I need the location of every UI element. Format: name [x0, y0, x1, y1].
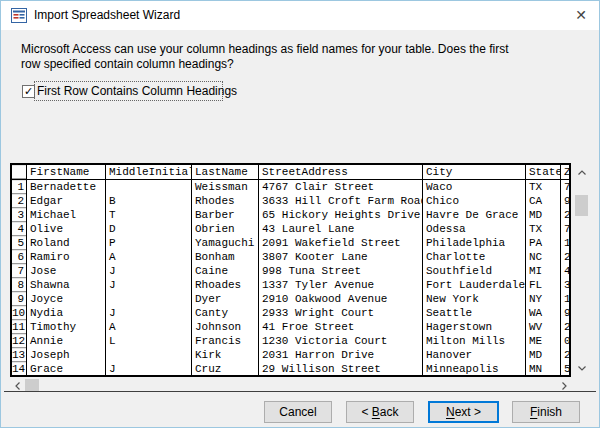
- finish-button[interactable]: Finish: [512, 401, 580, 423]
- table-cell: [105, 180, 191, 194]
- table-cell: 998 Tuna Street: [258, 264, 422, 278]
- row-number-cell: 7: [12, 264, 27, 278]
- table-cell: PA: [525, 236, 560, 250]
- table-cell: Philadelphia: [422, 236, 525, 250]
- table-cell: Rhodes: [191, 194, 258, 208]
- cancel-button[interactable]: Cancel: [264, 401, 332, 423]
- table-cell: TX: [525, 222, 560, 236]
- table-cell: 2: [560, 348, 571, 362]
- table-cell: Shawna: [27, 278, 105, 292]
- table-cell: Canty: [191, 306, 258, 320]
- table-cell: 5: [560, 362, 571, 376]
- row-number-cell: 5: [12, 236, 27, 250]
- back-button-mnemonic: B: [372, 405, 380, 419]
- next-button[interactable]: Next >: [428, 401, 499, 423]
- chevron-left-icon: [15, 382, 20, 390]
- table-cell: J: [105, 362, 191, 376]
- table-cell: Edgar: [27, 194, 105, 208]
- table-cell: 2933 Wright Court: [258, 306, 422, 320]
- table-cell: Ramiro: [27, 250, 105, 264]
- back-button[interactable]: < Back: [346, 401, 414, 423]
- table-cell: New York: [422, 292, 525, 306]
- table-cell: WV: [525, 320, 560, 334]
- table-cell: 3807 Kooter Lane: [258, 250, 422, 264]
- table-cell: J: [105, 264, 191, 278]
- table-cell: MN: [525, 362, 560, 376]
- table-cell: MD: [525, 348, 560, 362]
- row-number-cell: 14: [12, 362, 27, 376]
- table-cell: Waco: [422, 180, 525, 194]
- next-button-mnemonic: N: [446, 405, 455, 419]
- table-row: 2EdgarBRhodes3633 Hill Croft Farm RoadCh…: [12, 194, 569, 208]
- table-cell: Jose: [27, 264, 105, 278]
- table-cell: 29 Willison Street: [258, 362, 422, 376]
- cancel-button-label: Cancel: [279, 405, 316, 419]
- table-cell: Southfield: [422, 264, 525, 278]
- table-cell: Hagerstown: [422, 320, 525, 334]
- scroll-down-button[interactable]: [574, 361, 589, 375]
- table-cell: B: [105, 194, 191, 208]
- vertical-scrollbar[interactable]: [574, 163, 589, 377]
- column-header: FirstName: [27, 165, 105, 179]
- table-cell: Yamaguchi: [191, 236, 258, 250]
- first-row-headings-label[interactable]: First Row Contains Column Headings: [37, 84, 237, 98]
- row-number-cell: 1: [12, 180, 27, 194]
- column-header: MiddleInitial: [105, 165, 191, 179]
- table-cell: 65 Hickory Heights Drive: [258, 208, 422, 222]
- instruction-text: Microsoft Access can use your column hea…: [21, 42, 509, 72]
- table-cell: 2: [560, 208, 571, 222]
- table-cell: Havre De Grace: [422, 208, 525, 222]
- back-button-label-rest: ack: [380, 405, 399, 419]
- table-cell: J: [105, 278, 191, 292]
- row-number-cell: 2: [12, 194, 27, 208]
- table-row: 7JoseJCaine998 Tuna StreetSouthfieldMI4: [12, 264, 569, 278]
- table-cell: L: [105, 334, 191, 348]
- table-cell: 4: [560, 264, 571, 278]
- table-cell: 3: [560, 278, 571, 292]
- preview-table: FirstNameMiddleInitialLastNameStreetAddr…: [10, 163, 571, 377]
- table-cell: A: [105, 320, 191, 334]
- title-bar: Import Spreadsheet Wizard ✕: [1, 1, 599, 30]
- table-cell: 1: [560, 292, 571, 306]
- row-number-cell: 11: [12, 320, 27, 334]
- table-cell: Roland: [27, 236, 105, 250]
- table-cell: 1: [560, 236, 571, 250]
- table-cell: ME: [525, 334, 560, 348]
- row-number-cell: 9: [12, 292, 27, 306]
- finish-button-label-rest: inish: [537, 405, 562, 419]
- table-cell: NC: [525, 250, 560, 264]
- table-cell: WA: [525, 306, 560, 320]
- checkbox-focus-rect: First Row Contains Column Headings: [34, 81, 223, 101]
- table-cell: Kirk: [191, 348, 258, 362]
- instruction-line-1: Microsoft Access can use your column hea…: [21, 42, 509, 57]
- table-row: 13JosephKirk2031 Harron DriveHanoverMD2: [12, 348, 569, 362]
- table-cell: Michael: [27, 208, 105, 222]
- table-cell: P: [105, 236, 191, 250]
- table-row: 10NydiaJCanty2933 Wright CourtSeattleWA9: [12, 306, 569, 320]
- table-cell: Charlotte: [422, 250, 525, 264]
- table-cell: Francis: [191, 334, 258, 348]
- table-row: 1BernadetteWeissman4767 Clair StreetWaco…: [12, 180, 569, 194]
- table-cell: NY: [525, 292, 560, 306]
- next-button-label-rest: ext >: [455, 405, 481, 419]
- footer-separator: [4, 391, 596, 392]
- close-button[interactable]: ✕: [566, 2, 596, 28]
- scroll-up-button[interactable]: [574, 165, 589, 179]
- table-row: 14GraceJCruz29 Willison StreetMinneapoli…: [12, 362, 569, 376]
- vertical-scrollbar-thumb[interactable]: [575, 195, 588, 216]
- table-cell: Barber: [191, 208, 258, 222]
- table-cell: 41 Froe Street: [258, 320, 422, 334]
- table-cell: 2: [560, 250, 571, 264]
- row-number-header-cell: [12, 165, 27, 179]
- table-cell: 7: [560, 180, 571, 194]
- row-number-cell: 13: [12, 348, 27, 362]
- table-cell: D: [105, 222, 191, 236]
- table-cell: 7: [560, 222, 571, 236]
- finish-button-mnemonic: F: [530, 405, 537, 419]
- table-cell: 2091 Wakefield Street: [258, 236, 422, 250]
- table-row: 8ShawnaJRhoades1337 Tyler AvenueFort Lau…: [12, 278, 569, 292]
- table-cell: 1337 Tyler Avenue: [258, 278, 422, 292]
- table-cell: TX: [525, 180, 560, 194]
- row-number-cell: 4: [12, 222, 27, 236]
- table-cell: Rhoades: [191, 278, 258, 292]
